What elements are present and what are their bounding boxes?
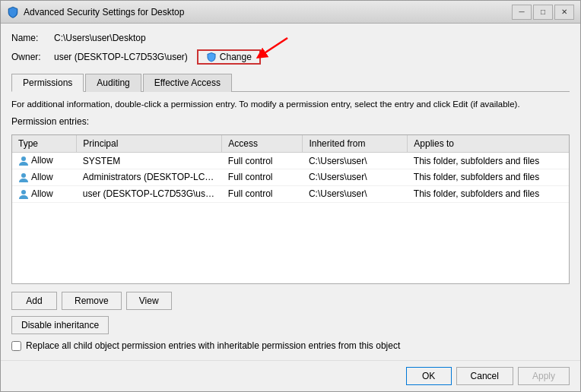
table-row[interactable]: AllowSYSTEMFull controlC:\Users\user\Thi… (12, 153, 569, 169)
change-label: Change (220, 52, 252, 62)
header-principal: Principal (77, 135, 222, 153)
svg-point-2 (21, 156, 26, 161)
owner-label: Owner: (11, 52, 49, 62)
main-window: Advanced Security Settings for Desktop ─… (0, 0, 581, 392)
action-buttons: Add Remove View (11, 292, 570, 310)
minimize-button[interactable]: ─ (512, 5, 532, 20)
cell-type: Allow (12, 185, 77, 202)
cell-type: Allow (12, 153, 77, 169)
owner-value: user (DESKTOP-LC7D53G\user) (54, 52, 188, 62)
change-button[interactable]: Change (197, 49, 261, 65)
owner-row: Owner: user (DESKTOP-LC7D53G\user) Chang… (11, 49, 570, 65)
cell-inherited: C:\Users\user\ (303, 169, 408, 185)
description-text: For additional information, double-click… (11, 98, 570, 110)
dialog-footer: OK Cancel Apply (1, 360, 580, 391)
header-inherited: Inherited from (303, 135, 408, 153)
cancel-button[interactable]: Cancel (456, 367, 513, 385)
replace-checkbox-label: Replace all child object permission entr… (26, 340, 400, 351)
content-area: Name: C:\Users\user\Desktop Owner: user … (1, 24, 580, 360)
cell-principal: SYSTEM (77, 153, 222, 169)
cell-access: Full control (222, 169, 303, 185)
title-bar-left: Advanced Security Settings for Desktop (7, 6, 184, 18)
table-row[interactable]: Allowuser (DESKTOP-LC7D53G\user)Full con… (12, 185, 569, 202)
header-applies: Applies to (408, 135, 569, 153)
title-controls: ─ □ ✕ (512, 5, 574, 20)
table-header-row: Type Principal Access Inherited from App… (12, 135, 569, 153)
replace-checkbox-row: Replace all child object permission entr… (11, 340, 570, 351)
cell-applies: This folder, subfolders and files (408, 153, 569, 169)
cell-inherited: C:\Users\user\ (303, 153, 408, 169)
close-button[interactable]: ✕ (554, 5, 574, 20)
user-icon (18, 172, 29, 183)
ok-button[interactable]: OK (406, 367, 452, 385)
disable-inheritance-button[interactable]: Disable inheritance (11, 316, 109, 334)
remove-button[interactable]: Remove (62, 292, 122, 310)
svg-point-3 (21, 173, 26, 178)
change-wrapper: Change (192, 49, 261, 65)
replace-checkbox[interactable] (11, 341, 21, 351)
name-value: C:\Users\user\Desktop (54, 33, 146, 43)
apply-button[interactable]: Apply (518, 367, 570, 385)
header-access: Access (222, 135, 303, 153)
cell-type: Allow (12, 169, 77, 185)
name-row: Name: C:\Users\user\Desktop (11, 33, 570, 43)
window-icon (7, 6, 19, 18)
cell-applies: This folder, subfolders and files (408, 169, 569, 185)
add-button[interactable]: Add (11, 292, 57, 310)
permissions-table-container[interactable]: Type Principal Access Inherited from App… (11, 134, 570, 284)
tab-auditing[interactable]: Auditing (85, 74, 141, 92)
view-button[interactable]: View (126, 292, 172, 310)
window-title: Advanced Security Settings for Desktop (24, 7, 184, 17)
tabs-container: Permissions Auditing Effective Access (11, 74, 570, 92)
permissions-table: Type Principal Access Inherited from App… (12, 135, 569, 202)
header-type: Type (12, 135, 77, 153)
title-bar: Advanced Security Settings for Desktop ─… (1, 1, 580, 24)
tab-effective-access[interactable]: Effective Access (143, 74, 232, 92)
cell-applies: This folder, subfolders and files (408, 185, 569, 202)
name-label: Name: (11, 33, 49, 43)
tab-permissions[interactable]: Permissions (11, 74, 84, 92)
user-icon (18, 189, 29, 200)
shield-icon (206, 52, 217, 62)
table-row[interactable]: AllowAdministrators (DESKTOP-LC7...Full … (12, 169, 569, 185)
maximize-button[interactable]: □ (533, 5, 553, 20)
svg-point-4 (21, 190, 26, 194)
entries-label: Permission entries: (11, 116, 570, 127)
user-icon (18, 156, 29, 166)
cell-principal: Administrators (DESKTOP-LC7... (77, 169, 222, 185)
cell-inherited: C:\Users\user\ (303, 185, 408, 202)
cell-access: Full control (222, 153, 303, 169)
cell-access: Full control (222, 185, 303, 202)
cell-principal: user (DESKTOP-LC7D53G\user) (77, 185, 222, 202)
